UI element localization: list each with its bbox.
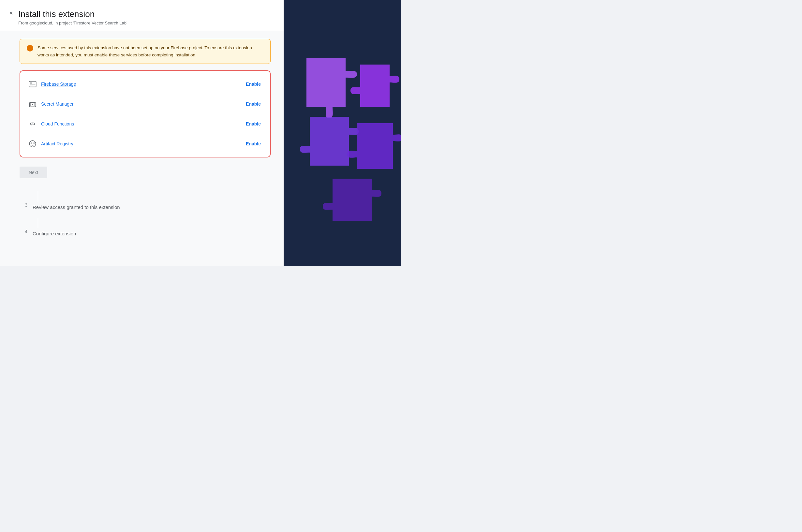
cloud-functions-enable-button[interactable]: Enable <box>245 119 262 129</box>
svg-point-9 <box>29 140 36 147</box>
step-item-3: 3 Review access granted to this extensio… <box>20 202 271 218</box>
warning-icon: ! <box>26 45 34 54</box>
svg-text:{•}: {•} <box>30 122 35 126</box>
service-left: {•} Cloud Functions <box>28 119 74 129</box>
warning-box: ! Some services used by this extension h… <box>20 39 271 64</box>
service-row-secret-manager: [•] Secret Manager Enable <box>25 94 265 114</box>
warning-text: Some services used by this extension hav… <box>38 44 264 58</box>
svg-text:!: ! <box>29 46 31 51</box>
next-button[interactable]: Next <box>20 167 47 178</box>
service-left: Firebase Storage <box>28 79 76 89</box>
services-container: Firebase Storage Enable [•] Secret Manag… <box>20 71 271 157</box>
cloud-functions-link[interactable]: Cloud Functions <box>41 121 74 127</box>
puzzle-illustration <box>297 35 401 231</box>
page-subtitle: From googlecloud, in project 'Firestore … <box>18 21 272 25</box>
service-row-artifact-registry: Artifact Registry Enable <box>25 134 265 154</box>
svg-text:[•]: [•] <box>30 103 36 107</box>
step-item-4: 4 Configure extension <box>20 228 271 244</box>
firebase-storage-link[interactable]: Firebase Storage <box>41 81 76 87</box>
svg-point-11 <box>33 142 35 144</box>
svg-point-10 <box>31 142 32 144</box>
step-connector-2 <box>38 218 38 228</box>
step-label-4: Configure extension <box>33 228 76 244</box>
artifact-registry-enable-button[interactable]: Enable <box>245 139 262 148</box>
close-button[interactable]: × <box>5 7 17 19</box>
secret-manager-enable-button[interactable]: Enable <box>245 99 262 109</box>
artifact-registry-link[interactable]: Artifact Registry <box>41 141 73 146</box>
cloud-functions-icon: {•} <box>28 119 37 129</box>
service-row-cloud-functions: {•} Cloud Functions Enable <box>25 114 265 134</box>
step-number-4: 4 <box>20 228 27 234</box>
step-connector-1 <box>38 191 38 202</box>
steps-section: 3 Review access granted to this extensio… <box>20 191 271 244</box>
step-number-3: 3 <box>20 202 27 208</box>
svg-rect-2 <box>29 81 36 87</box>
secret-manager-link[interactable]: Secret Manager <box>41 101 74 107</box>
storage-icon <box>28 79 37 89</box>
close-icon: × <box>9 10 13 17</box>
svg-rect-3 <box>30 82 32 84</box>
firebase-storage-enable-button[interactable]: Enable <box>245 79 262 89</box>
page-title: Install this extension <box>18 9 272 19</box>
service-left: [•] Secret Manager <box>28 99 74 109</box>
secret-manager-icon: [•] <box>28 99 37 109</box>
main-content: ! Some services used by this extension h… <box>0 31 284 257</box>
header: × Install this extension From googleclou… <box>0 0 284 31</box>
right-panel <box>284 0 401 266</box>
left-panel: × Install this extension From googleclou… <box>0 0 284 266</box>
service-left: Artifact Registry <box>28 139 73 148</box>
service-row-firebase-storage: Firebase Storage Enable <box>25 74 265 94</box>
header-content: Install this extension From googlecloud,… <box>18 9 272 25</box>
step-label-3: Review access granted to this extension <box>33 202 120 218</box>
artifact-registry-icon <box>28 139 37 148</box>
